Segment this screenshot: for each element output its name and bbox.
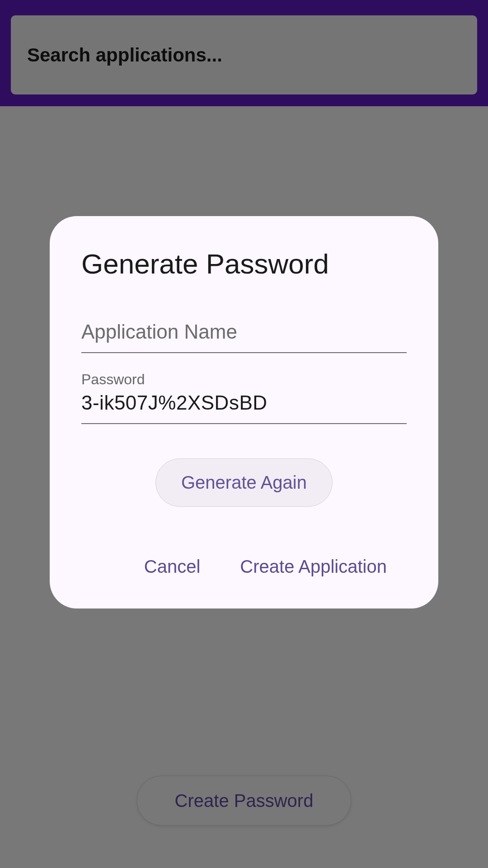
generate-again-label: Generate Again bbox=[181, 472, 307, 493]
generate-again-button[interactable]: Generate Again bbox=[155, 458, 333, 507]
create-application-button[interactable]: Create Application bbox=[229, 547, 398, 586]
dialog-actions: Cancel Create Application bbox=[81, 547, 407, 586]
application-name-placeholder: Application Name bbox=[81, 321, 407, 343]
cancel-button[interactable]: Cancel bbox=[133, 547, 211, 586]
application-name-field[interactable]: Application Name bbox=[81, 321, 407, 353]
password-field[interactable]: Password 3-ik507J%2XSDsBD bbox=[81, 371, 407, 424]
dialog-title: Generate Password bbox=[81, 248, 407, 280]
pill-row: Generate Again bbox=[81, 442, 407, 507]
generate-password-dialog: Generate Password Application Name Passw… bbox=[50, 216, 438, 609]
password-value: 3-ik507J%2XSDsBD bbox=[81, 392, 407, 414]
password-label: Password bbox=[81, 371, 407, 388]
